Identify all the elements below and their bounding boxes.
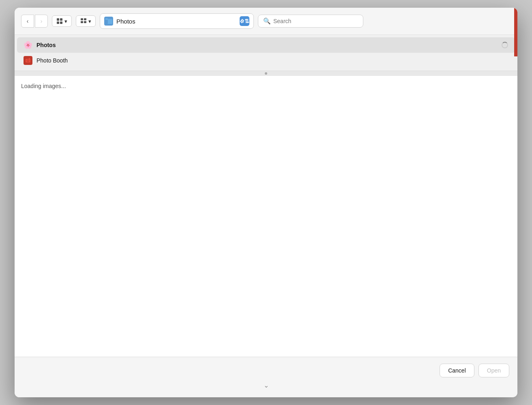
search-input[interactable] — [273, 18, 358, 24]
search-bar[interactable]: 🔍 — [258, 15, 363, 28]
photos-app-icon: 🌸 — [24, 41, 32, 50]
svg-rect-10 — [105, 18, 108, 20]
source-item-photos[interactable]: 🌸 Photos — [17, 37, 515, 53]
svg-rect-6 — [81, 21, 83, 23]
search-icon: 🔍 — [263, 17, 271, 25]
list-view-button[interactable]: ▾ — [76, 15, 96, 27]
action-buttons: Cancel Open — [23, 364, 509, 377]
toolbar: ‹ › ▾ ▾ — [15, 8, 517, 35]
divider — [15, 71, 517, 76]
cancel-button[interactable]: Cancel — [440, 364, 474, 377]
list-icon — [80, 18, 87, 24]
nav-buttons: ‹ › — [21, 15, 48, 28]
svg-rect-3 — [60, 22, 62, 24]
location-folder-icon — [104, 17, 113, 26]
svg-text:⇅: ⇅ — [240, 19, 244, 24]
grid-icon — [56, 18, 63, 24]
location-chevron-icon: ⇅ ⇅ — [240, 16, 249, 26]
svg-rect-5 — [84, 18, 86, 20]
svg-rect-4 — [81, 18, 83, 20]
source-item-photos-label: Photos — [36, 42, 497, 48]
svg-point-14 — [27, 60, 29, 62]
bottom-bar: Cancel Open ⌄ — [15, 357, 517, 397]
svg-rect-2 — [57, 22, 59, 24]
svg-rect-0 — [57, 18, 59, 21]
expand-chevron-icon: ⌄ — [264, 381, 269, 389]
open-button[interactable]: Open — [478, 364, 509, 377]
loading-text: Loading images... — [21, 83, 66, 89]
list-view-chevron: ▾ — [88, 18, 91, 24]
content-area: Loading images... — [15, 76, 517, 357]
location-name: Photos — [116, 18, 236, 25]
loading-spinner — [501, 41, 508, 49]
back-button[interactable]: ‹ — [21, 15, 34, 28]
photobooth-app-icon — [24, 56, 32, 65]
scroll-indicator — [265, 72, 267, 75]
source-item-photobooth[interactable]: Photo Booth — [17, 53, 515, 68]
icon-view-button[interactable]: ▾ — [52, 15, 72, 27]
location-bar[interactable]: Photos ⇅ ⇅ — [100, 13, 254, 29]
svg-rect-7 — [84, 21, 86, 23]
source-item-photobooth-label: Photo Booth — [36, 57, 508, 64]
file-picker-dialog: ‹ › ▾ ▾ — [15, 8, 517, 397]
source-list: 🌸 Photos Photo Booth — [15, 35, 517, 71]
forward-button[interactable]: › — [35, 15, 48, 28]
svg-rect-1 — [60, 18, 62, 21]
icon-view-chevron: ▾ — [64, 18, 67, 24]
svg-rect-15 — [29, 58, 30, 59]
